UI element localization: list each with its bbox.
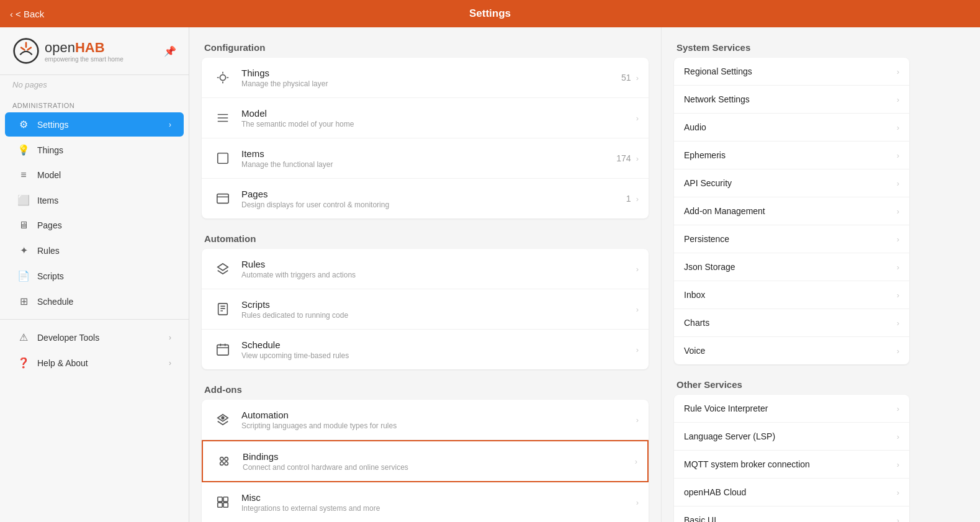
settings-item-schedule[interactable]: Schedule View upcoming time-based rules … <box>202 330 649 369</box>
sidebar-item-pages[interactable]: 🖥 Pages <box>5 214 184 237</box>
model-title: Model <box>241 108 631 119</box>
svg-point-24 <box>225 462 228 466</box>
inbox-item[interactable]: Inbox › <box>674 281 909 309</box>
scripts-chevron-icon: › <box>636 305 639 314</box>
settings-item-bindings[interactable]: Bindings Connect and control hardware an… <box>202 440 649 482</box>
back-chevron: ‹ <box>10 9 13 19</box>
sidebar-item-rules[interactable]: ✦ Rules <box>5 238 184 263</box>
misc-icon <box>212 491 234 513</box>
voice-item[interactable]: Voice › <box>674 337 909 364</box>
settings-item-scripts[interactable]: Scripts Rules dedicated to running code … <box>202 289 649 330</box>
pages-content: Pages Design displays for user control &… <box>241 189 626 209</box>
main-layout: openHAB empowering the smart home 📌 No p… <box>0 27 980 522</box>
logo-text: openHAB empowering the smart home <box>45 40 124 63</box>
voice-label: Voice <box>684 346 897 356</box>
charts-label: Charts <box>684 318 897 328</box>
right-column: System Services Regional Settings › Netw… <box>661 27 922 522</box>
settings-item-pages[interactable]: Pages Design displays for user control &… <box>202 179 649 218</box>
schedule-list-icon <box>212 338 234 361</box>
sidebar-item-schedule[interactable]: ⊞ Schedule <box>5 289 184 313</box>
sidebar-item-model-label: Model <box>37 170 171 180</box>
rule-voice-item[interactable]: Rule Voice Interpreter › <box>674 395 909 423</box>
regional-settings-item[interactable]: Regional Settings › <box>674 58 909 86</box>
sidebar-item-settings[interactable]: ⚙ Settings › <box>5 112 184 137</box>
sidebar: openHAB empowering the smart home 📌 No p… <box>0 27 189 522</box>
rules-list-icon <box>212 258 234 280</box>
addons-section-title: Add-ons <box>202 384 649 395</box>
rules-chevron-icon: › <box>636 264 639 274</box>
help-chevron-icon: › <box>169 359 171 367</box>
charts-item[interactable]: Charts › <box>674 309 909 337</box>
settings-chevron-icon: › <box>169 120 171 129</box>
misc-chevron-icon: › <box>636 498 639 507</box>
settings-item-model[interactable]: Model The semantic model of your home › <box>202 98 649 138</box>
audio-item[interactable]: Audio › <box>674 114 909 142</box>
network-settings-item[interactable]: Network Settings › <box>674 86 909 114</box>
logo: openHAB empowering the smart home <box>12 37 124 65</box>
sidebar-item-help-about[interactable]: ❓ Help & About › <box>5 351 184 375</box>
back-button[interactable]: ‹ < Back <box>10 9 84 19</box>
persistence-system-item[interactable]: Persistence › <box>674 225 909 253</box>
things-chevron-icon: › <box>636 73 639 83</box>
scripts-list-icon <box>212 298 234 320</box>
scripts-content: Scripts Rules dedicated to running code <box>241 299 631 320</box>
top-bar: ‹ < Back Settings <box>0 0 980 27</box>
api-security-item[interactable]: API Security › <box>674 169 909 197</box>
sidebar-item-items[interactable]: ⬜ Items <box>5 188 184 212</box>
ephemeris-label: Ephemeris <box>684 150 897 160</box>
lsp-item[interactable]: Language Server (LSP) › <box>674 423 909 451</box>
svg-rect-10 <box>217 194 228 204</box>
content-area: Configuration Things Manage the physical… <box>189 27 980 522</box>
sidebar-item-scripts[interactable]: 📄 Scripts <box>5 264 184 288</box>
sidebar-logo: openHAB empowering the smart home 📌 <box>0 27 189 75</box>
misc-title: Misc <box>241 492 631 503</box>
svg-point-22 <box>225 457 228 461</box>
system-services-list: Regional Settings › Network Settings › A… <box>674 58 909 364</box>
page-title: Settings <box>84 7 896 20</box>
schedule-title: Schedule <box>241 340 631 350</box>
rules-content: Rules Automate with triggers and actions <box>241 259 631 279</box>
misc-desc: Integrations to external systems and mor… <box>241 504 631 513</box>
sidebar-item-model[interactable]: ≡ Model <box>5 163 184 187</box>
addon-management-item[interactable]: Add-on Management › <box>674 197 909 225</box>
openhab-logo-icon <box>12 37 40 65</box>
pages-list-icon <box>212 187 234 210</box>
api-security-label: API Security <box>684 178 897 188</box>
svg-point-21 <box>220 457 224 461</box>
network-chevron-icon: › <box>897 95 899 104</box>
persistence-system-label: Persistence <box>684 234 897 244</box>
configuration-section-title: Configuration <box>202 42 649 53</box>
sidebar-item-settings-label: Settings <box>37 120 161 130</box>
things-desc: Manage the physical layer <box>241 79 621 88</box>
items-chevron-icon: › <box>636 154 639 163</box>
pages-count: 1 <box>626 194 631 204</box>
model-content: Model The semantic model of your home <box>241 108 631 128</box>
svg-rect-28 <box>223 503 228 507</box>
configuration-list: Things Manage the physical layer 51 › Mo… <box>202 58 649 218</box>
json-storage-item[interactable]: Json Storage › <box>674 253 909 281</box>
model-list-icon <box>212 107 234 129</box>
items-count: 174 <box>616 153 631 163</box>
misc-content: Misc Integrations to external systems an… <box>241 492 631 513</box>
regional-chevron-icon: › <box>897 67 899 76</box>
audio-chevron-icon: › <box>897 123 899 132</box>
sidebar-item-things[interactable]: 💡 Things <box>5 138 184 162</box>
settings-item-items[interactable]: Items Manage the functional layer 174 › <box>202 138 649 179</box>
settings-item-things[interactable]: Things Manage the physical layer 51 › <box>202 58 649 98</box>
automation-addon-desc: Scripting languages and module types for… <box>241 421 631 430</box>
mqtt-item[interactable]: MQTT system broker connection › <box>674 451 909 479</box>
settings-item-misc[interactable]: Misc Integrations to external systems an… <box>202 482 649 522</box>
settings-item-automation-addon[interactable]: Automation Scripting languages and modul… <box>202 400 649 440</box>
basic-ui-item[interactable]: Basic UI › <box>674 506 909 522</box>
addon-management-chevron-icon: › <box>897 207 899 216</box>
automation-addon-title: Automation <box>241 410 631 420</box>
settings-item-rules[interactable]: Rules Automate with triggers and actions… <box>202 249 649 289</box>
sidebar-item-developer-tools[interactable]: ⚠ Developer Tools › <box>5 325 184 349</box>
ephemeris-item[interactable]: Ephemeris › <box>674 142 909 169</box>
pin-icon[interactable]: 📌 <box>164 45 176 57</box>
mqtt-chevron-icon: › <box>897 460 899 469</box>
no-pages-label: No pages <box>0 75 189 94</box>
back-label: < Back <box>16 9 44 19</box>
automation-addon-icon <box>212 408 234 431</box>
openhab-cloud-item[interactable]: openHAB Cloud › <box>674 479 909 506</box>
